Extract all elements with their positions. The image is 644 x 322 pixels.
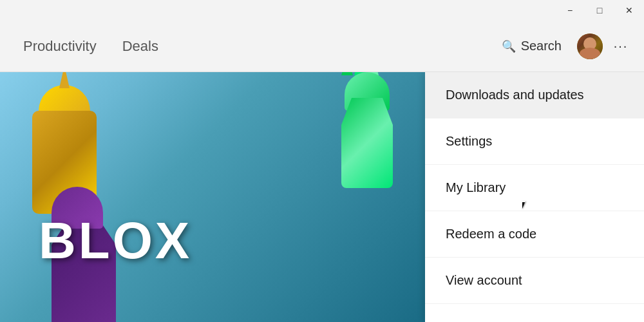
hero-image: BLOX — [0, 72, 425, 322]
search-button[interactable]: 🔍 Search — [491, 33, 572, 59]
close-button[interactable]: ✕ — [614, 0, 644, 21]
dropdown-menu: Downloads and updates Settings My Librar… — [425, 72, 644, 322]
dropdown-item-library[interactable]: My Library — [425, 165, 644, 211]
nav-right: 🔍 Search ··· — [491, 33, 634, 59]
avatar-image — [577, 33, 603, 59]
search-label: Search — [521, 39, 562, 53]
minimize-button[interactable]: − — [555, 0, 585, 21]
dropdown-item-account[interactable]: View account — [425, 258, 644, 304]
crystal-character — [328, 72, 406, 201]
more-button[interactable]: ··· — [608, 33, 634, 59]
search-icon: 🔍 — [502, 39, 516, 53]
nav-item-productivity[interactable]: Productivity — [10, 21, 109, 72]
dropdown-item-settings[interactable]: Settings — [425, 118, 644, 165]
avatar[interactable] — [577, 33, 603, 59]
nav-item-deals[interactable]: Deals — [109, 21, 171, 72]
dropdown-item-redeem[interactable]: Redeem a code — [425, 211, 644, 258]
nav-bar: Productivity Deals 🔍 Search ··· — [0, 21, 644, 72]
content-area: BLOX Downloads and updates Settings My L… — [0, 72, 644, 322]
nav-items: Productivity Deals — [10, 21, 491, 72]
title-bar: − □ ✕ — [0, 0, 644, 21]
maximize-button[interactable]: □ — [585, 0, 614, 21]
dropdown-item-downloads[interactable]: Downloads and updates — [425, 72, 644, 118]
roblox-logo-text: BLOX — [39, 211, 192, 270]
